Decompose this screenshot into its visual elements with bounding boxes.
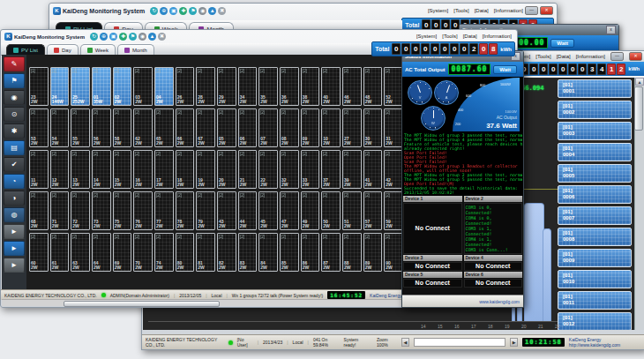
add-icon[interactable]: ⊕: [100, 33, 108, 41]
pv-panel[interactable]: [2]812W: [196, 233, 215, 272]
network-icon[interactable]: ◍: [4, 207, 25, 222]
vendor-link[interactable]: KaiDeng Energy http://www.kaidengdg.com: [569, 337, 641, 348]
pv-panel[interactable]: [2]0135W: [92, 67, 111, 106]
menu-item[interactable]: [Tools]: [535, 54, 550, 59]
pv-panel[interactable]: [2]292W: [217, 67, 236, 106]
pv-panel[interactable]: [2]562W: [92, 108, 111, 147]
pv-panel[interactable]: [2]522W: [384, 67, 403, 106]
pv-panel[interactable]: [2]082W: [280, 108, 299, 147]
pv-panel[interactable]: [2]512W: [342, 191, 362, 230]
inverter-item[interactable]: [01]0006: [558, 185, 632, 204]
pv-panel[interactable]: [2]272W: [342, 108, 362, 147]
watt-unit-button[interactable]: Watt: [493, 65, 517, 74]
scrollbar[interactable]: ▲: [634, 78, 644, 330]
vendor-link[interactable]: www.kaidengdg.com: [479, 299, 520, 304]
pv-panel[interactable]: [2]872W: [321, 233, 341, 272]
pv-panel[interactable]: [2]102W: [321, 108, 341, 147]
pv-panel[interactable]: [1]25252W: [71, 67, 90, 106]
minimize-button[interactable]: —: [525, 6, 538, 15]
menu-item[interactable]: [Data]: [557, 54, 571, 59]
watt-unit-button[interactable]: Watt: [550, 39, 574, 48]
pv-panel[interactable]: [2]702W: [133, 233, 153, 272]
refresh-icon[interactable]: ↻: [90, 33, 98, 41]
add-icon[interactable]: ⊕: [160, 7, 168, 15]
pv-panel[interactable]: [2]772W: [154, 191, 174, 230]
lock-icon[interactable]: ▣: [169, 7, 177, 15]
pv-panel[interactable]: [2]122W: [50, 150, 70, 189]
flag-icon[interactable]: ⚑: [4, 73, 25, 88]
pv-panel[interactable]: [2]592W: [384, 191, 403, 230]
pv-panel[interactable]: [2]472W: [280, 191, 299, 230]
pv-panel[interactable]: [2]042W: [154, 67, 174, 106]
scrollbar-thumb[interactable]: [64, 301, 220, 307]
pv-panel[interactable]: [2]152W: [113, 150, 132, 189]
menu-item[interactable]: [Information]: [494, 8, 523, 13]
pv-panel[interactable]: [2]622W: [133, 108, 153, 147]
inverter-item[interactable]: [01]0003: [558, 122, 632, 140]
menu-item[interactable]: [Data]: [463, 34, 477, 39]
pv-panel[interactable]: [2]212W: [238, 150, 258, 189]
flag-icon[interactable]: ⚑: [189, 7, 197, 15]
pv-panel[interactable]: [2]742W: [154, 233, 174, 272]
pv-panel[interactable]: [2]642W: [92, 233, 111, 272]
close-icon[interactable]: x: [606, 26, 616, 34]
pv-panel[interactable]: [2]182W: [176, 150, 195, 189]
pv-panel[interactable]: [2]192W: [196, 150, 215, 189]
pv-panel[interactable]: [2]542W: [50, 108, 70, 147]
menu-item[interactable]: [Tools]: [453, 8, 468, 13]
inverter-item[interactable]: [01]0008: [558, 228, 632, 246]
pv-panel[interactable]: [2]572W: [363, 191, 383, 230]
pv-panel[interactable]: [2]222W: [258, 150, 278, 189]
pie-icon[interactable]: ◑: [4, 191, 25, 206]
pv-panel[interactable]: [2]382W: [301, 67, 320, 106]
scroll-up-icon[interactable]: ▲: [635, 78, 644, 86]
menu-item[interactable]: [Information]: [483, 34, 512, 39]
pv-panel[interactable]: [2]752W: [113, 191, 132, 230]
menu-item[interactable]: [System]: [416, 34, 437, 39]
inverter-item[interactable]: [01]0009: [558, 249, 632, 267]
pv-panel[interactable]: [2]822W: [217, 233, 236, 272]
inverter-item[interactable]: [01]0005: [558, 164, 632, 183]
pv-panel[interactable]: [2]402W: [321, 67, 341, 106]
pv-panel[interactable]: [2]892W: [363, 233, 383, 272]
stop-icon[interactable]: ✖: [218, 7, 226, 15]
pv-panel[interactable]: [2]652W: [154, 108, 174, 147]
pv-panel[interactable]: [2]732W: [92, 191, 111, 230]
event-log[interactable]: The MPT Widow of group 3 passed the test…: [402, 132, 523, 196]
pv-panel[interactable]: [2]412W: [363, 150, 383, 189]
settings-icon[interactable]: ✱: [4, 123, 25, 138]
history-icon[interactable]: ◔: [4, 174, 25, 189]
zoom-left-icon[interactable]: ◀: [401, 338, 409, 347]
report-icon[interactable]: ✚: [119, 33, 127, 41]
inverter-item[interactable]: [01]0002: [558, 101, 632, 119]
zoom-slider[interactable]: [414, 338, 506, 347]
pv-panel[interactable]: [2]342W: [238, 67, 258, 106]
pv-panel[interactable]: [2]602W: [29, 233, 49, 272]
menu-item[interactable]: [System]: [428, 8, 448, 13]
pv-panel[interactable]: [2]172W: [154, 150, 174, 189]
pv-panel[interactable]: [2]802W: [176, 233, 195, 272]
pv-panel[interactable]: [2]282W: [196, 67, 215, 106]
check-icon[interactable]: ✔: [4, 157, 25, 172]
pv-panel[interactable]: [2]632W: [71, 233, 90, 272]
pv-panel[interactable]: [2]532W: [29, 108, 49, 147]
pv-panel[interactable]: [2]132W: [71, 150, 90, 189]
video1-icon[interactable]: ►: [4, 224, 25, 239]
close-button[interactable]: ✕: [540, 6, 553, 15]
pv-panel[interactable]: [2]492W: [301, 191, 320, 230]
pv-panel[interactable]: [2]202W: [217, 150, 236, 189]
pv-panel[interactable]: [2]032W: [133, 67, 153, 106]
zoom-right-icon[interactable]: ▶: [510, 338, 518, 347]
lock-icon[interactable]: ▣: [109, 33, 117, 41]
close-button[interactable]: ✕: [629, 52, 642, 61]
pv-panel[interactable]: [2]502W: [321, 191, 341, 230]
flag-icon[interactable]: ⚑: [129, 33, 137, 41]
pv-panel[interactable]: [2]582W: [113, 108, 132, 147]
pv-panel[interactable]: [1]24146W: [50, 67, 70, 106]
pv-panel[interactable]: [2]902W: [384, 233, 403, 272]
inverter-item[interactable]: [01]0004: [558, 143, 632, 161]
pv-panel[interactable]: [2]862W: [301, 233, 320, 272]
pv-panel[interactable]: [2]322W: [280, 150, 299, 189]
pv-panel[interactable]: [2]432W: [217, 191, 236, 230]
pv-panel[interactable]: [2]482W: [363, 67, 383, 106]
